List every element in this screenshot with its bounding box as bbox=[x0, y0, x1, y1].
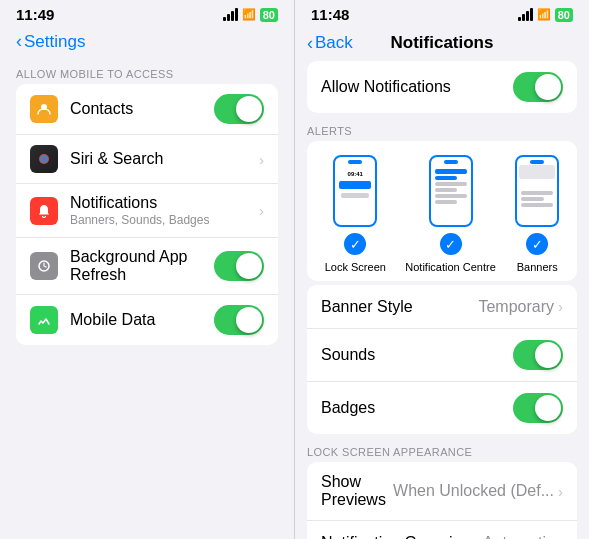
banners-mockup bbox=[515, 155, 559, 227]
lock-screen-section-label: LOCK SCREEN APPEARANCE bbox=[295, 438, 589, 462]
alert-option-notification-centre[interactable]: ✓ Notification Centre bbox=[405, 155, 496, 273]
banner-style-label: Banner Style bbox=[321, 298, 478, 316]
right-content: Allow Notifications ALERTS 09:41 ✓ Lock … bbox=[295, 61, 589, 539]
background-icon bbox=[30, 252, 58, 280]
notifications-chevron-icon: › bbox=[259, 202, 264, 219]
right-nav-bar: ‹ Back Notifications bbox=[295, 27, 589, 61]
notification-centre-mockup bbox=[429, 155, 473, 227]
lock-screen-appearance-group: Show Previews When Unlocked (Def... › No… bbox=[307, 462, 577, 539]
show-previews-label: Show Previews bbox=[321, 473, 393, 509]
siri-title: Siri & Search bbox=[70, 150, 259, 168]
settings-back-button[interactable]: ‹ Settings bbox=[16, 31, 85, 52]
mobile-title: Mobile Data bbox=[70, 311, 214, 329]
right-nav-title: Notifications bbox=[391, 33, 494, 53]
left-status-bar: 11:49 📶 80 bbox=[0, 0, 294, 27]
settings-group: Banner Style Temporary › Sounds Badges bbox=[307, 285, 577, 434]
banners-label: Banners bbox=[517, 261, 558, 273]
right-battery-icon: 80 bbox=[555, 8, 573, 22]
notification-grouping-chevron-icon: › bbox=[558, 535, 563, 540]
notifications-back-button[interactable]: ‹ Back bbox=[307, 33, 353, 54]
show-previews-value: When Unlocked (Def... bbox=[393, 482, 554, 500]
contacts-title: Contacts bbox=[70, 100, 214, 118]
right-back-label: Back bbox=[315, 33, 353, 53]
right-back-chevron-icon: ‹ bbox=[307, 33, 313, 54]
background-toggle[interactable] bbox=[214, 251, 264, 281]
lock-screen-mockup: 09:41 bbox=[333, 155, 377, 227]
signal-icon bbox=[223, 8, 238, 21]
notifications-icon bbox=[30, 197, 58, 225]
show-previews-chevron-icon: › bbox=[558, 483, 563, 500]
alerts-container: 09:41 ✓ Lock Screen bbox=[307, 141, 577, 281]
right-status-icons: 📶 80 bbox=[518, 8, 573, 22]
lock-screen-label: Lock Screen bbox=[325, 261, 386, 273]
right-status-bar: 11:48 📶 80 bbox=[295, 0, 589, 27]
siri-chevron-icon: › bbox=[259, 151, 264, 168]
notification-grouping-item[interactable]: Notification Grouping Automatic › bbox=[307, 521, 577, 539]
allow-notifications-group: Allow Notifications bbox=[307, 61, 577, 113]
list-item-background[interactable]: Background App Refresh bbox=[16, 238, 278, 295]
right-panel: 11:48 📶 80 ‹ Back Notifications Allow No… bbox=[294, 0, 589, 539]
notification-centre-check-icon: ✓ bbox=[440, 233, 462, 255]
badges-toggle[interactable] bbox=[513, 393, 563, 423]
sounds-label: Sounds bbox=[321, 346, 513, 364]
right-wifi-icon: 📶 bbox=[537, 8, 551, 21]
notification-grouping-value: Automatic bbox=[483, 534, 554, 539]
banner-style-item[interactable]: Banner Style Temporary › bbox=[307, 285, 577, 329]
alerts-section-label: ALERTS bbox=[295, 117, 589, 141]
back-label: Settings bbox=[24, 32, 85, 52]
left-status-time: 11:49 bbox=[16, 6, 54, 23]
show-previews-item[interactable]: Show Previews When Unlocked (Def... › bbox=[307, 462, 577, 521]
contacts-icon bbox=[30, 95, 58, 123]
allow-notifications-label: Allow Notifications bbox=[321, 78, 513, 96]
contacts-toggle[interactable] bbox=[214, 94, 264, 124]
background-title: Background App Refresh bbox=[70, 248, 214, 284]
left-list-group: Contacts bbox=[16, 84, 278, 345]
badges-label: Badges bbox=[321, 399, 513, 417]
left-nav-bar: ‹ Settings bbox=[0, 27, 294, 60]
wifi-icon: 📶 bbox=[242, 8, 256, 21]
list-item-siri[interactable]: Siri & Search › bbox=[16, 135, 278, 184]
left-status-icons: 📶 80 bbox=[223, 8, 278, 22]
left-panel: 11:49 📶 80 ‹ Settings ALLOW MOBILE TO AC… bbox=[0, 0, 294, 539]
allow-notifications-item[interactable]: Allow Notifications bbox=[307, 61, 577, 113]
svg-point-1 bbox=[39, 154, 49, 164]
list-item-notifications[interactable]: Notifications Banners, Sounds, Badges › bbox=[16, 184, 278, 238]
list-item-contacts[interactable]: Contacts bbox=[16, 84, 278, 135]
notifications-subtitle: Banners, Sounds, Badges bbox=[70, 213, 259, 227]
battery-icon: 80 bbox=[260, 8, 278, 22]
banner-style-chevron-icon: › bbox=[558, 298, 563, 315]
siri-icon bbox=[30, 145, 58, 173]
lock-screen-check-icon: ✓ bbox=[344, 233, 366, 255]
right-status-time: 11:48 bbox=[311, 6, 349, 23]
notification-grouping-label: Notification Grouping bbox=[321, 534, 483, 539]
banners-check-icon: ✓ bbox=[526, 233, 548, 255]
badges-item[interactable]: Badges bbox=[307, 382, 577, 434]
notification-centre-label: Notification Centre bbox=[405, 261, 496, 273]
sounds-toggle[interactable] bbox=[513, 340, 563, 370]
notifications-title: Notifications bbox=[70, 194, 259, 212]
back-chevron-icon: ‹ bbox=[16, 31, 22, 52]
alert-option-banners[interactable]: ✓ Banners bbox=[515, 155, 559, 273]
right-signal-icon bbox=[518, 8, 533, 21]
sounds-item[interactable]: Sounds bbox=[307, 329, 577, 382]
mobile-toggle[interactable] bbox=[214, 305, 264, 335]
list-item-mobile[interactable]: Mobile Data bbox=[16, 295, 278, 345]
mobile-icon bbox=[30, 306, 58, 334]
alert-option-lock-screen[interactable]: 09:41 ✓ Lock Screen bbox=[325, 155, 386, 273]
left-section-label: ALLOW MOBILE TO ACCESS bbox=[0, 60, 294, 84]
allow-notifications-toggle[interactable] bbox=[513, 72, 563, 102]
banner-style-value: Temporary bbox=[478, 298, 554, 316]
